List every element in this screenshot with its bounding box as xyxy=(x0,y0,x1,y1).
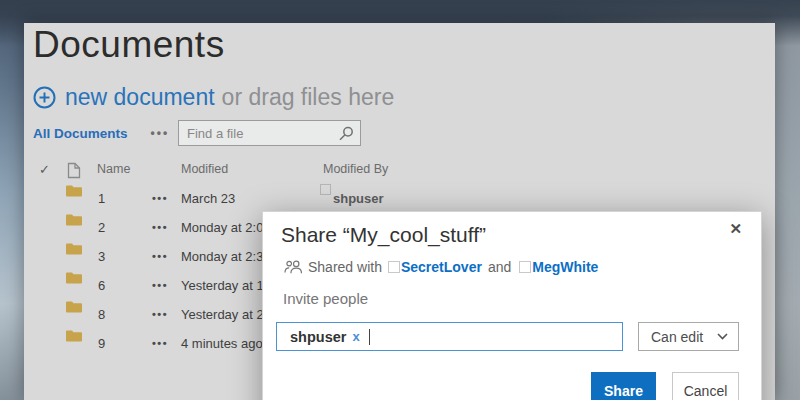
row-menu[interactable]: ••• xyxy=(152,329,168,358)
row-name-link[interactable]: 6 xyxy=(98,271,105,300)
row-modified: Yesterday at 2 xyxy=(181,300,264,329)
row-modified: 4 minutes ago xyxy=(181,329,263,358)
row-name-link[interactable]: 8 xyxy=(98,300,105,329)
folder-icon xyxy=(66,213,82,226)
view-more-menu[interactable]: ••• xyxy=(151,126,170,140)
page-title: Documents xyxy=(33,23,225,67)
folder-icon xyxy=(66,329,82,342)
people-icon xyxy=(284,260,302,274)
invite-people-input[interactable]: shpuser x xyxy=(276,322,623,351)
shared-with-label: Shared with xyxy=(308,259,382,275)
search-icon[interactable] xyxy=(338,126,354,142)
row-menu[interactable]: ••• xyxy=(152,242,168,271)
presence-indicator xyxy=(519,261,531,273)
drag-files-text: or drag files here xyxy=(222,84,395,111)
row-modified: Yesterday at 1 xyxy=(181,271,264,300)
folder-icon xyxy=(66,271,82,284)
shared-user-link[interactable]: MegWhite xyxy=(532,259,598,275)
text-caret xyxy=(369,329,370,345)
shared-with-row: Shared with SecretLover and MegWhite xyxy=(284,258,598,276)
invite-people-label: Invite people xyxy=(283,290,368,307)
close-icon[interactable]: ✕ xyxy=(729,220,742,238)
table-row[interactable]: 1 ••• March 23 shpuser xyxy=(24,184,775,213)
share-dialog-title: Share “My_cool_stuff” xyxy=(281,223,486,247)
invitee-token[interactable]: shpuser xyxy=(290,329,346,345)
row-menu[interactable]: ••• xyxy=(152,271,168,300)
new-document-link[interactable]: new document or drag files here xyxy=(33,83,394,111)
row-name-link[interactable]: 3 xyxy=(98,242,105,271)
row-modified: Monday at 2:3 xyxy=(181,242,263,271)
permission-selected-value: Can edit xyxy=(651,329,703,345)
row-menu[interactable]: ••• xyxy=(152,213,168,242)
view-selector-all-documents[interactable]: All Documents xyxy=(33,126,128,141)
chevron-down-icon xyxy=(717,333,728,340)
table-header: ✓ Name Modified Modified By xyxy=(24,162,775,180)
row-name-link[interactable]: 2 xyxy=(98,213,105,242)
remove-token-icon[interactable]: x xyxy=(352,329,359,344)
row-modified: March 23 xyxy=(181,184,235,213)
conjunction-text: and xyxy=(488,259,511,275)
presence-indicator xyxy=(388,261,400,273)
circle-plus-icon xyxy=(33,86,56,109)
permission-dropdown[interactable]: Can edit xyxy=(638,322,739,351)
row-menu[interactable]: ••• xyxy=(152,300,168,329)
library-toolbar: All Documents ••• xyxy=(33,120,169,146)
row-menu[interactable]: ••• xyxy=(152,184,168,213)
row-name-link[interactable]: 1 xyxy=(98,184,105,213)
column-header-modified[interactable]: Modified xyxy=(181,162,228,176)
folder-icon xyxy=(66,184,82,197)
column-header-name[interactable]: Name xyxy=(97,162,130,176)
column-header-modified-by[interactable]: Modified By xyxy=(323,162,388,176)
row-modified: Monday at 2:0 xyxy=(181,213,263,242)
folder-icon xyxy=(66,300,82,313)
share-button[interactable]: Share xyxy=(591,372,656,400)
find-a-file-searchbox xyxy=(178,120,361,146)
row-name-link[interactable]: 9 xyxy=(98,329,105,358)
document-type-icon[interactable] xyxy=(67,162,81,182)
row-modified-by-link[interactable]: shpuser xyxy=(333,184,384,213)
shared-user-link[interactable]: SecretLover xyxy=(401,259,482,275)
presence-indicator xyxy=(320,184,331,195)
share-dialog: Share “My_cool_stuff” ✕ Shared with Secr… xyxy=(262,211,762,400)
cancel-button[interactable]: Cancel xyxy=(672,372,739,400)
search-input[interactable] xyxy=(179,121,360,145)
new-document-label: new document xyxy=(65,84,215,111)
folder-icon xyxy=(66,242,82,255)
select-all-checkmark[interactable]: ✓ xyxy=(39,162,50,177)
